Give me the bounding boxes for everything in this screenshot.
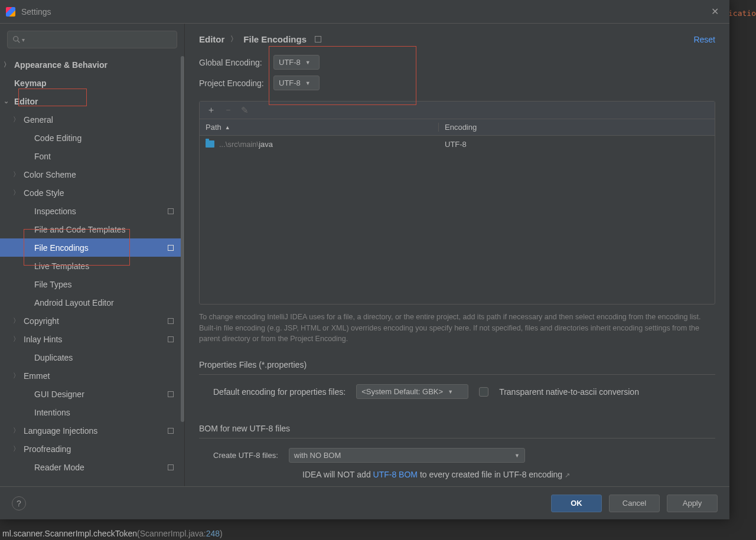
dialog-footer: ? OK Cancel Apply — [0, 486, 729, 519]
sidebar-label: Font — [34, 152, 51, 161]
search-icon — [12, 35, 21, 44]
sidebar-item-copyright[interactable]: 〉Copyright — [0, 312, 184, 330]
search-input[interactable]: ▾ — [7, 31, 177, 48]
breadcrumb-root[interactable]: Editor — [199, 34, 224, 44]
create-utf8-label: Create UTF-8 files: — [213, 451, 278, 460]
column-encoding[interactable]: Encoding — [439, 123, 483, 132]
sidebar-item-duplicates[interactable]: Duplicates — [0, 348, 184, 366]
sidebar-item-code-editing[interactable]: Code Editing — [0, 129, 184, 147]
titlebar: Settings ✕ — [0, 0, 729, 24]
sidebar-item-inspections[interactable]: Inspections — [0, 202, 184, 220]
per-project-icon — [168, 318, 174, 324]
per-project-icon — [168, 208, 174, 214]
transparent-label: Transparent native-to-ascii conversion — [499, 387, 639, 397]
sidebar-item-reader-mode[interactable]: Reader Mode — [0, 458, 184, 476]
sidebar-item-color-scheme[interactable]: 〉Color Scheme — [0, 165, 184, 184]
svg-point-0 — [14, 37, 18, 41]
ok-button[interactable]: OK — [551, 495, 602, 512]
project-encoding-dropdown[interactable]: UTF-8▼ — [273, 76, 320, 90]
sidebar-label: Language Injections — [24, 426, 97, 436]
row-encoding: UTF-8 — [439, 140, 472, 149]
sidebar-label: Code Style — [24, 188, 64, 198]
external-link-icon: ↗ — [565, 472, 570, 479]
sidebar-item-gui-designer[interactable]: GUI Designer — [0, 385, 184, 403]
sidebar-label: Editor — [14, 97, 38, 106]
settings-tree: 〉Appearance & Behavior Keymap ⌄Editor 〉G… — [0, 53, 184, 486]
cancel-button[interactable]: Cancel — [609, 495, 660, 512]
sidebar-label: Proofreading — [24, 444, 71, 454]
sidebar-label: File Encodings — [34, 243, 89, 253]
create-utf8-dropdown[interactable]: with NO BOM▼ — [289, 448, 525, 463]
table-header: Path▲ Encoding — [200, 119, 715, 136]
default-encoding-label: Default encoding for properties files: — [213, 387, 346, 397]
sidebar-item-android-layout[interactable]: Android Layout Editor — [0, 293, 184, 312]
sidebar-item-general[interactable]: 〉General — [0, 110, 184, 129]
sidebar-item-proofreading[interactable]: 〉Proofreading — [0, 440, 184, 458]
global-encoding-label: Global Encoding: — [199, 58, 273, 67]
per-project-icon — [168, 464, 174, 470]
sidebar-label: Appearance & Behavior — [14, 60, 107, 70]
help-button[interactable]: ? — [12, 496, 26, 510]
sidebar-label: Intentions — [34, 408, 70, 417]
sidebar-label: Live Templates — [34, 261, 89, 271]
console-line: ml.scanner.ScannerImpl.checkToken(Scanne… — [0, 527, 756, 540]
sidebar-label: Android Layout Editor — [34, 298, 114, 307]
sidebar-label: Inspections — [34, 207, 76, 216]
sidebar-item-file-templates[interactable]: File and Code Templates — [0, 220, 184, 238]
per-project-icon — [168, 428, 174, 434]
caret-down-icon: ▼ — [514, 453, 520, 459]
sidebar-item-file-types[interactable]: File Types — [0, 275, 184, 293]
window-title: Settings — [21, 7, 51, 17]
reset-link[interactable]: Reset — [693, 35, 715, 44]
global-encoding-dropdown[interactable]: UTF-8▼ — [273, 55, 320, 70]
sidebar-item-file-encodings[interactable]: File Encodings — [0, 238, 184, 257]
sidebar-label: Duplicates — [34, 353, 73, 362]
bom-section-title: BOM for new UTF-8 files — [199, 424, 715, 433]
apply-button[interactable]: Apply — [667, 495, 718, 512]
per-project-icon — [168, 245, 174, 251]
sidebar-label: GUI Designer — [34, 390, 84, 399]
utf8-bom-link[interactable]: UTF-8 BOM — [373, 470, 418, 479]
sort-asc-icon: ▲ — [225, 125, 230, 130]
add-button[interactable]: ＋ — [207, 104, 216, 116]
svg-line-1 — [18, 41, 20, 43]
folder-icon — [206, 140, 214, 148]
sidebar: ▾ 〉Appearance & Behavior Keymap ⌄Editor … — [0, 24, 185, 486]
scrollbar-thumb[interactable] — [181, 56, 184, 422]
sidebar-item-intentions[interactable]: Intentions — [0, 403, 184, 421]
encoding-table: ＋ － ✎ Path▲ Encoding ...\src\main\java U… — [199, 101, 715, 305]
breadcrumb-leaf: File Encodings — [243, 34, 307, 44]
caret-down-icon: ▼ — [305, 60, 311, 66]
sidebar-item-emmet[interactable]: 〉Emmet — [0, 366, 184, 385]
divider — [199, 438, 715, 438]
sidebar-label: Copyright — [24, 316, 59, 326]
main-panel: Editor 〉 File Encodings Reset Global Enc… — [185, 24, 729, 486]
sidebar-label: Reader Mode — [34, 463, 84, 472]
sidebar-item-keymap[interactable]: Keymap — [0, 74, 184, 92]
sidebar-item-live-templates[interactable]: Live Templates — [0, 257, 184, 275]
caret-down-icon: ▼ — [305, 80, 311, 86]
caret-down-icon: ▼ — [448, 389, 453, 395]
default-encoding-dropdown[interactable]: <System Default: GBK>▼ — [356, 384, 468, 399]
sidebar-item-inlay-hints[interactable]: 〉Inlay Hints — [0, 330, 184, 348]
transparent-checkbox[interactable] — [479, 387, 488, 397]
sidebar-item-language-injections[interactable]: 〉Language Injections — [0, 421, 184, 440]
table-row[interactable]: ...\src\main\java UTF-8 — [200, 136, 715, 152]
sidebar-item-font[interactable]: Font — [0, 147, 184, 165]
bom-hint: IDEA will NOT add UTF-8 BOM to every cre… — [199, 470, 715, 479]
per-project-icon — [168, 391, 174, 397]
sidebar-item-code-style[interactable]: 〉Code Style — [0, 184, 184, 202]
project-encoding-label: Project Encoding: — [199, 78, 273, 88]
chevron-right-icon: 〉 — [230, 34, 237, 44]
column-path[interactable]: Path▲ — [200, 123, 439, 132]
path-name: java — [259, 140, 273, 149]
sidebar-label: Emmet — [24, 371, 50, 381]
divider — [199, 374, 715, 375]
search-dropdown-icon[interactable]: ▾ — [22, 37, 25, 43]
app-icon — [6, 7, 15, 17]
sidebar-label: File and Code Templates — [34, 225, 126, 234]
sidebar-item-appearance[interactable]: 〉Appearance & Behavior — [0, 55, 184, 74]
sidebar-label: General — [24, 115, 53, 125]
close-icon[interactable]: ✕ — [706, 4, 724, 19]
sidebar-item-editor[interactable]: ⌄Editor — [0, 92, 184, 110]
